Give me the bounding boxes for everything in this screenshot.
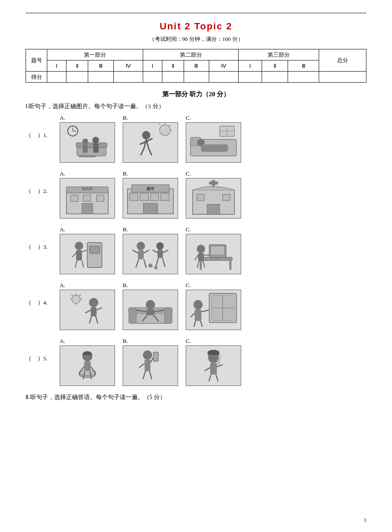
q5-option-a: A. bbox=[60, 338, 115, 386]
svg-rect-93 bbox=[60, 290, 114, 330]
svg-rect-86 bbox=[216, 257, 219, 259]
svg-point-123 bbox=[193, 300, 203, 309]
score-5 bbox=[143, 72, 162, 83]
question-2-row: （ ）2. A. bbox=[26, 170, 366, 219]
q1-option-c: C. bbox=[186, 115, 241, 163]
svg-rect-36 bbox=[83, 195, 91, 201]
q4-option-a: A. bbox=[60, 282, 115, 330]
score-9 bbox=[239, 72, 262, 83]
question-1-row: （ ）1. A. bbox=[26, 115, 366, 163]
section1-heading: 第一部分 听力（20 分） bbox=[26, 90, 366, 98]
roman-i-2: Ⅰ bbox=[143, 60, 162, 72]
exam-info: （考试时间：90 分钟，满分：100 分） bbox=[26, 35, 366, 43]
svg-rect-111 bbox=[164, 308, 172, 323]
question-3-row: （ ）3. A. bbox=[26, 226, 366, 274]
svg-rect-82 bbox=[200, 261, 202, 270]
svg-rect-47 bbox=[161, 193, 169, 201]
question-4-block: （ ）4. A. bbox=[26, 282, 366, 330]
roman-i-3: Ⅰ bbox=[239, 60, 262, 72]
label-tihao: 题号 bbox=[26, 49, 47, 72]
roman-ii-3: Ⅱ bbox=[262, 60, 288, 72]
svg-rect-124 bbox=[195, 309, 202, 321]
roman-i-1: Ⅰ bbox=[47, 60, 66, 72]
svg-point-6 bbox=[82, 138, 88, 144]
svg-rect-35 bbox=[71, 195, 78, 201]
score-8 bbox=[209, 72, 239, 83]
q3-img-a bbox=[60, 234, 115, 274]
svg-rect-110 bbox=[129, 308, 136, 323]
svg-rect-44 bbox=[130, 193, 138, 201]
q4-number: （ ）4. bbox=[26, 282, 60, 307]
svg-rect-9 bbox=[93, 144, 99, 153]
q3-number: （ ）3. bbox=[26, 226, 60, 251]
q1-instruction: Ⅰ.听句子，选择正确图片。每个句子读一遍。（5 分） bbox=[26, 103, 366, 110]
roman-ii-2: Ⅱ bbox=[162, 60, 184, 72]
svg-rect-58 bbox=[89, 246, 100, 253]
q1-label-c: C. bbox=[186, 115, 191, 121]
q4-option-c: C. bbox=[186, 282, 241, 330]
svg-rect-52 bbox=[212, 180, 215, 186]
svg-rect-113 bbox=[146, 309, 155, 315]
q4-img-a bbox=[60, 290, 115, 330]
q1-label-a: A. bbox=[60, 115, 65, 121]
score-7 bbox=[184, 72, 209, 83]
q5-option-b: B. bbox=[123, 338, 178, 386]
q3-option-c: C. bbox=[186, 226, 241, 274]
svg-rect-46 bbox=[150, 193, 159, 201]
q1-img-a bbox=[60, 122, 115, 163]
roman-iv-2: Ⅳ bbox=[209, 60, 239, 72]
svg-rect-142 bbox=[144, 359, 150, 371]
svg-rect-65 bbox=[123, 234, 177, 274]
q2-label-b: B. bbox=[123, 170, 128, 177]
q5-label-a: A. bbox=[60, 338, 65, 345]
roman-iv-1: Ⅳ bbox=[113, 60, 143, 72]
label-defen: 得分 bbox=[26, 72, 47, 83]
total-header: 总分 bbox=[319, 49, 366, 72]
svg-rect-73 bbox=[158, 250, 163, 258]
score-2 bbox=[66, 72, 88, 83]
q2-img-b: 超市 bbox=[123, 178, 178, 219]
q3-label-b: B. bbox=[123, 226, 128, 233]
q2-options: A. 邮电局 bbox=[60, 170, 241, 219]
q3-options: A. bbox=[60, 226, 241, 274]
q1-option-b: B. bbox=[123, 115, 178, 163]
question-1-block: （ ）1. A. bbox=[26, 115, 366, 163]
q5-label-c: C. bbox=[186, 338, 191, 345]
score-10 bbox=[262, 72, 288, 83]
question-4-row: （ ）4. A. bbox=[26, 282, 366, 330]
question-2-block: （ ）2. A. bbox=[26, 170, 366, 219]
svg-point-78 bbox=[148, 264, 153, 268]
score-table: 题号 第一部分 第二部分 第三部分 总分 Ⅰ Ⅱ Ⅲ Ⅳ Ⅰ Ⅱ Ⅲ Ⅳ Ⅰ Ⅱ… bbox=[26, 49, 366, 83]
svg-rect-150 bbox=[210, 363, 217, 374]
svg-rect-88 bbox=[198, 253, 204, 262]
page-number: 1 bbox=[364, 517, 366, 523]
svg-rect-131 bbox=[84, 361, 91, 371]
svg-point-72 bbox=[156, 242, 164, 250]
roman-iii-2: Ⅲ bbox=[184, 60, 209, 72]
question-5-block: （ ）5. A. bbox=[26, 338, 366, 386]
q4-option-b: B. bbox=[123, 282, 178, 330]
svg-rect-45 bbox=[140, 193, 149, 201]
svg-point-112 bbox=[146, 300, 155, 309]
svg-rect-81 bbox=[199, 257, 232, 261]
q2-option-a: A. 邮电局 bbox=[60, 170, 115, 219]
roman-iii-1: Ⅲ bbox=[88, 60, 113, 72]
section2-instruction: Ⅱ.听句子，选择正确答语。每个句子读一遍。（5 分） bbox=[26, 394, 366, 401]
svg-point-17 bbox=[142, 131, 150, 140]
page-title: Unit 2 Topic 2 bbox=[26, 21, 366, 32]
roman-iii-3: Ⅲ bbox=[288, 60, 319, 72]
svg-point-12 bbox=[160, 125, 170, 135]
q4-img-b bbox=[123, 290, 178, 330]
svg-rect-60 bbox=[76, 250, 82, 260]
q3-img-c bbox=[186, 234, 241, 274]
part2-header: 第二部分 bbox=[143, 49, 239, 60]
q4-img-c bbox=[186, 290, 241, 330]
svg-point-79 bbox=[154, 266, 158, 269]
q1-img-c bbox=[186, 122, 241, 163]
q1-number: （ ）1. bbox=[26, 115, 60, 139]
q3-img-b bbox=[123, 234, 178, 274]
svg-point-94 bbox=[72, 295, 81, 304]
q1-label-b: B. bbox=[123, 115, 128, 121]
q3-option-a: A. bbox=[60, 226, 115, 274]
q4-options: A. bbox=[60, 282, 241, 330]
